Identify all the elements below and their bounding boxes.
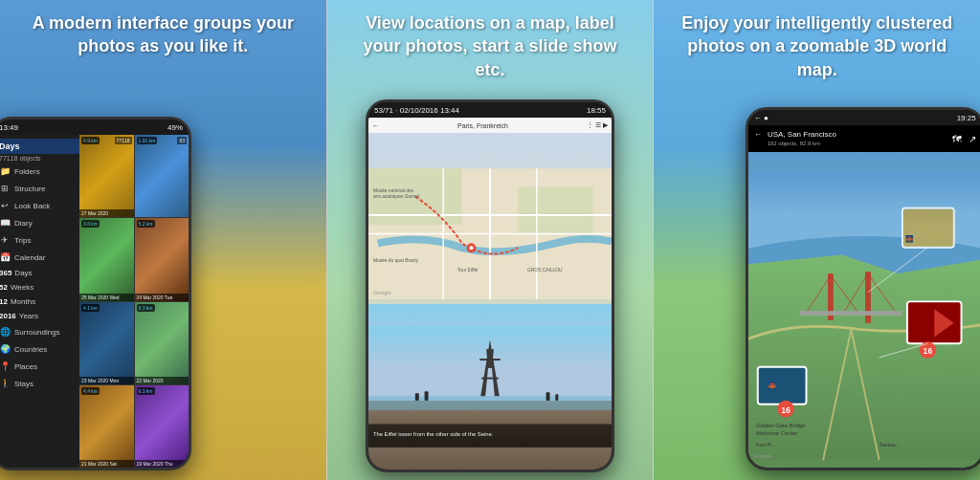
sidebar-item-surroundings[interactable]: 🌐 Surroundings — [0, 323, 79, 340]
countries-icon: 🌍 — [0, 343, 11, 355]
sidebar-label-months: Months — [11, 297, 35, 306]
photo-km-2: 1.91 km — [137, 137, 158, 144]
sidebar-label-stays: Stays — [14, 380, 33, 388]
panel-2-heading: View locations on a map, label your phot… — [327, 11, 654, 81]
phone-screen-1: 13:49 49% Days 77118 objects 📁 Folders ⊞ — [0, 120, 189, 468]
trips-icon: ✈ — [0, 234, 11, 246]
map-header: ← Paris, Frankreich ⋮ ☰ ▶ — [368, 118, 612, 133]
calendar-icon: 📅 — [0, 251, 11, 263]
svg-text:Tour Eiffel: Tour Eiffel — [457, 268, 479, 273]
sidebar-label-days365: Days — [14, 269, 32, 277]
svg-point-14 — [470, 246, 474, 250]
photo-km-3: 3.6 km — [81, 220, 100, 228]
svg-rect-23 — [415, 393, 419, 401]
status-left-3: ← ● — [754, 114, 768, 122]
eiffel-photo-area: The Eiffel tower from the other side of … — [368, 304, 612, 469]
status-left-2: 53/71 · 02/10/2016 13:44 — [374, 106, 459, 115]
photo-cell-2[interactable]: 1.91 km 63 — [135, 135, 189, 217]
surroundings-icon: 🌐 — [0, 326, 11, 338]
weeks-number: 52 — [0, 283, 8, 292]
lookback-icon: ↩ — [0, 200, 11, 211]
photo-km-5: 4.1 km — [81, 304, 100, 312]
photo-cell-8[interactable]: 6.3 km 19 Mar 2020 Thu — [135, 385, 189, 468]
structure-icon: ⊞ — [0, 183, 11, 194]
svg-text:Sausa...: Sausa... — [879, 442, 900, 447]
photo-count-2: 63 — [177, 137, 187, 144]
sidebar-item-stays[interactable]: 🚶 Stays — [0, 375, 79, 392]
sidebar-label-lookback: Look Back — [14, 202, 50, 210]
sidebar-item-days365[interactable]: 365 Days — [0, 266, 79, 280]
share-icon[interactable]: ↗ — [969, 134, 976, 144]
days-title: Days — [0, 142, 20, 151]
photo-date-4: 24 Mar 2020 Tue — [135, 294, 189, 301]
map3d-svg: 🌉 16 🌉 16 — [748, 152, 980, 468]
sidebar-item-lookback[interactable]: ↩ Look Back — [0, 197, 79, 214]
sidebar-item-months[interactable]: 12 Months — [0, 295, 79, 309]
photo-count-1: 77118 — [115, 137, 132, 144]
svg-rect-2 — [518, 187, 592, 234]
photo-cell-1[interactable]: 4.9 km 77118 27 Mar 2020 — [79, 135, 134, 217]
photo-cell-3[interactable]: 3.6 km 25 Mar 2020 Wed — [79, 218, 134, 300]
svg-text:🌉: 🌉 — [905, 234, 914, 243]
panel-1: A modern interface groups your photos as… — [0, 0, 326, 480]
sidebar-label-folders: Folders — [14, 167, 40, 176]
sidebar-item-folders[interactable]: 📁 Folders — [0, 163, 79, 180]
sidebar: Days 77118 objects 📁 Folders ⊞ Structure… — [0, 135, 79, 468]
photo-grid: 4.9 km 77118 27 Mar 2020 1.91 km 63 3.6 … — [79, 135, 189, 468]
svg-text:Musée national des: Musée national des — [373, 188, 414, 193]
sidebar-item-trips[interactable]: ✈ Trips — [0, 231, 79, 249]
svg-text:16: 16 — [781, 405, 791, 415]
phone-left: 13:49 49% Days 77118 objects 📁 Folders ⊞ — [0, 117, 191, 470]
days-number: 365 — [0, 269, 11, 277]
location-details-3: 192 objects, 82.9 km — [768, 141, 820, 146]
phone-p3: ← ● 19:25 ← USA, San Francisco 192 objec… — [746, 107, 980, 470]
sidebar-item-years[interactable]: 2016 Years — [0, 309, 79, 323]
back-arrow-3[interactable]: ← — [754, 130, 762, 139]
sidebar-label-weeks: Weeks — [11, 283, 33, 292]
phone-screen-3: ← ● 19:25 ← USA, San Francisco 192 objec… — [748, 110, 980, 468]
status-battery: 49% — [167, 123, 183, 132]
sidebar-item-countries[interactable]: 🌍 Countries — [0, 340, 79, 358]
svg-rect-48 — [757, 367, 806, 404]
photo-km-8: 6.3 km — [137, 387, 155, 395]
svg-rect-25 — [546, 392, 550, 401]
photo-date-7: 21 Mar 2020 Sat — [79, 460, 134, 468]
map3d-content[interactable]: 🌉 16 🌉 16 — [748, 152, 980, 468]
days-header: Days — [0, 139, 79, 154]
sidebar-item-places[interactable]: 📍 Places — [0, 358, 79, 375]
sidebar-item-structure[interactable]: ⊞ Structure — [0, 180, 79, 197]
photo-date-6: 22 Mar 2020 — [135, 377, 189, 384]
phone-screen-2: 53/71 · 02/10/2016 13:44 18:55 ← Paris, … — [368, 102, 612, 469]
svg-text:GROS CAILLOU: GROS CAILLOU — [527, 268, 563, 273]
svg-text:Musée du quai Branly: Musée du quai Branly — [373, 258, 419, 263]
sidebar-label-trips: Trips — [14, 236, 31, 245]
map-icon[interactable]: 🗺 — [952, 134, 962, 144]
photo-date-3: 25 Mar 2020 Wed — [79, 294, 134, 301]
sidebar-item-weeks[interactable]: 52 Weeks — [0, 280, 79, 295]
photo-cell-4[interactable]: 5.2 km 24 Mar 2020 Tue — [135, 218, 189, 300]
sidebar-item-calendar[interactable]: 📅 Calendar — [0, 249, 79, 266]
photo-km-1: 4.9 km — [81, 137, 100, 144]
svg-rect-21 — [479, 359, 500, 360]
folder-icon: 📁 — [0, 165, 11, 177]
sidebar-label-structure: Structure — [14, 185, 45, 193]
diary-icon: 📖 — [0, 217, 11, 229]
months-number: 12 — [0, 297, 8, 306]
sidebar-label-calendar: Calendar — [14, 253, 45, 262]
years-number: 2016 — [0, 312, 16, 320]
svg-rect-24 — [425, 391, 429, 401]
sidebar-item-diary[interactable]: 📖 Diary — [0, 214, 79, 231]
svg-text:The Eiffel tower from the othe: The Eiffel tower from the other side of … — [373, 431, 494, 437]
svg-rect-38 — [799, 311, 902, 316]
sidebar-label-diary: Diary — [14, 219, 33, 228]
photo-cell-7[interactable]: 4.4 km 21 Mar 2020 Sat — [79, 385, 134, 468]
svg-text:🌉: 🌉 — [767, 381, 776, 390]
app-content-1: Days 77118 objects 📁 Folders ⊞ Structure… — [0, 135, 189, 468]
photo-cell-6[interactable]: 8.3 km 22 Mar 2020 — [135, 302, 189, 384]
photo-cell-5[interactable]: 4.1 km 23 Mar 2020 Mon — [79, 302, 134, 384]
back-arrow[interactable]: ← — [372, 122, 379, 129]
map-controls[interactable]: ⋮ ☰ ▶ — [587, 121, 608, 129]
panel-2: View locations on a map, label your phot… — [326, 0, 655, 480]
header-left: ← USA, San Francisco 192 objects, 82.9 k… — [754, 130, 836, 147]
status-right-2: 18:55 — [587, 106, 606, 115]
